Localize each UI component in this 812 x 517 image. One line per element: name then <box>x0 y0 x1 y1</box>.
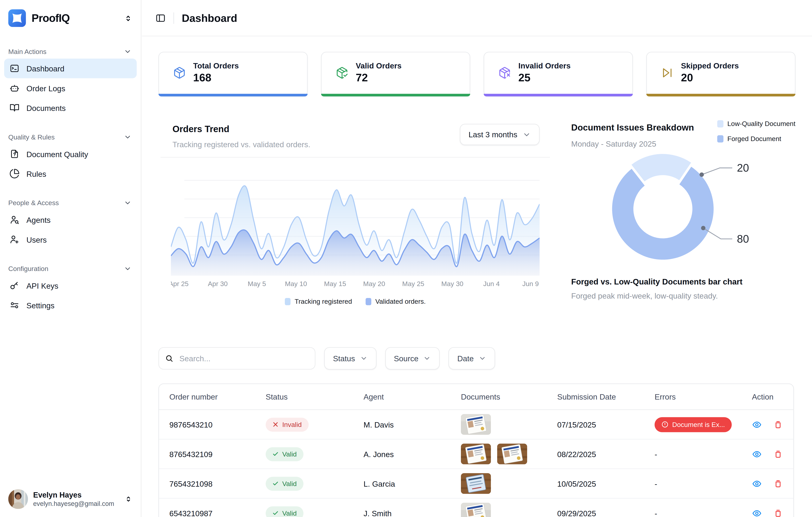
order-number: 7654321098 <box>169 479 266 488</box>
sidebar-item-label: Dashboard <box>26 64 64 73</box>
accent-bar <box>484 94 633 97</box>
search-box[interactable] <box>158 347 315 370</box>
document-thumbnails[interactable] <box>461 473 557 494</box>
stat-card-total-orders[interactable]: Total Orders 168 <box>158 52 308 97</box>
delete-button[interactable] <box>773 479 783 488</box>
divider <box>161 157 550 158</box>
sidebar-item-order-logs[interactable]: Order Logs <box>4 78 137 98</box>
document-thumbnail[interactable] <box>497 443 527 464</box>
stat-value: 25 <box>518 72 571 84</box>
sidebar-item-rules[interactable]: Rules <box>4 164 137 183</box>
legend-swatch <box>285 298 291 305</box>
bot-icon <box>9 83 20 93</box>
section-configuration[interactable]: Configuration <box>0 261 141 276</box>
stat-card-valid-orders[interactable]: Valid Orders 72 <box>321 52 470 97</box>
donut-chart: 2080 <box>571 151 795 266</box>
document-thumbnail[interactable] <box>461 503 491 517</box>
col-action: Action <box>752 392 793 401</box>
chevrons-up-down-icon[interactable] <box>124 14 133 22</box>
legend-label: Validated orders. <box>375 297 426 305</box>
proofiq-logo-icon <box>8 9 26 27</box>
top-header: Dashboard <box>142 0 812 36</box>
sidebar-toggle-icon[interactable] <box>155 13 166 23</box>
source-filter-button[interactable]: Source <box>385 347 440 370</box>
section-people-access[interactable]: People & Access <box>0 195 141 210</box>
stats-row: Total Orders 168 Valid Orders 72 Invalid… <box>158 52 795 97</box>
sidebar-item-document-quality[interactable]: Document Quality <box>4 144 137 164</box>
orders-trend-title: Orders Trend <box>172 124 310 135</box>
stat-value: 20 <box>681 72 739 84</box>
sidebar-item-label: Document Quality <box>26 149 88 158</box>
key-icon <box>9 280 20 291</box>
nav-people-access: Agents Users <box>0 210 141 249</box>
divider <box>173 12 174 23</box>
sidebar-item-agents[interactable]: Agents <box>4 210 137 229</box>
view-button[interactable] <box>752 419 762 430</box>
row-actions <box>752 419 793 430</box>
submission-date: 08/22/2025 <box>557 450 655 458</box>
table-row[interactable]: 7654321098 Valid L. Garcia 10/05/2025 - <box>159 469 793 498</box>
date-filter-button[interactable]: Date <box>448 347 495 370</box>
document-thumbnails[interactable] <box>461 443 557 464</box>
view-button[interactable] <box>752 479 762 488</box>
user-menu[interactable]: Evelyn Hayes evelyn.hayeseg@gmail.com <box>5 486 136 512</box>
document-thumbnails[interactable] <box>461 503 557 517</box>
chevron-down-icon <box>359 355 367 362</box>
legend-label: Tracking registered <box>295 297 352 305</box>
legend-swatch <box>717 135 723 142</box>
section-quality-rules[interactable]: Quality & Rules <box>0 129 141 144</box>
orders-trend-panel: Orders Trend Tracking registered vs. val… <box>161 117 550 305</box>
section-main-actions[interactable]: Main Actions <box>0 44 141 58</box>
sidebar-item-label: Settings <box>26 301 55 309</box>
chevron-down-icon <box>124 133 132 141</box>
chevrons-up-down-icon[interactable] <box>124 495 133 503</box>
view-button[interactable] <box>752 508 762 517</box>
package-x-icon <box>498 66 511 79</box>
document-thumbnail[interactable] <box>461 473 491 494</box>
brand-row[interactable]: ProofIQ <box>0 0 141 32</box>
orders-trend-chart <box>171 166 540 276</box>
error-badge[interactable]: Document is Ex... <box>655 417 732 432</box>
nav-quality-rules: Document Quality Rules <box>0 144 141 184</box>
orders-trend-legend: Tracking registered Validated orders. <box>161 297 550 305</box>
sidebar-item-documents[interactable]: Documents <box>4 98 137 118</box>
delete-button[interactable] <box>773 449 783 459</box>
row-actions <box>752 449 793 459</box>
delete-button[interactable] <box>773 419 783 430</box>
date-range-select[interactable]: Last 3 months <box>460 124 540 145</box>
x-axis-labels: Apr 25Apr 30May 5May 10May 15May 20May 2… <box>171 280 540 289</box>
table-row[interactable]: 8765432109 Valid A. Jones 08/22/2025 - <box>159 439 793 469</box>
sidebar-item-label: API Keys <box>26 281 58 290</box>
status-badge-invalid: Invalid <box>266 417 309 432</box>
filter-label: Source <box>394 354 418 363</box>
section-label: Main Actions <box>8 48 47 55</box>
alert-circle-icon <box>661 421 669 428</box>
sidebar-item-dashboard[interactable]: Dashboard <box>4 58 137 78</box>
stat-card-skipped-orders[interactable]: Skipped Orders 20 <box>646 52 795 97</box>
order-number: 8765432109 <box>169 450 266 458</box>
orders-table: Order number Status Agent Documents Subm… <box>158 383 794 517</box>
submission-date: 07/15/2025 <box>557 420 655 429</box>
chevron-down-icon <box>124 199 132 207</box>
view-button[interactable] <box>752 449 762 459</box>
table-row[interactable]: 9876543210 Invalid M. Davis 07/15/2025 D… <box>159 410 793 439</box>
agent-name: L. Garcia <box>364 479 461 488</box>
sidebar-item-api-keys[interactable]: API Keys <box>4 276 137 295</box>
col-documents: Documents <box>461 392 557 401</box>
accent-bar <box>321 94 470 97</box>
search-input[interactable] <box>178 354 309 363</box>
stat-card-invalid-orders[interactable]: Invalid Orders 25 <box>484 52 633 97</box>
nav-main-actions: Dashboard Order Logs Documents <box>0 58 141 118</box>
col-submission-date: Submission Date <box>557 392 655 401</box>
document-thumbnail[interactable] <box>461 414 491 435</box>
status-filter-button[interactable]: Status <box>324 347 376 370</box>
table-row[interactable]: 6543210987 Valid J. Smith 09/29/2025 - <box>159 498 793 517</box>
legend-swatch <box>717 120 723 127</box>
issues-legend: Low-Quality Document Forged Document <box>717 117 795 150</box>
sidebar-item-users[interactable]: Users <box>4 229 137 249</box>
sidebar-item-label: Users <box>26 235 47 244</box>
sidebar-item-settings[interactable]: Settings <box>4 295 137 315</box>
document-thumbnails[interactable] <box>461 414 557 435</box>
delete-button[interactable] <box>773 508 783 517</box>
document-thumbnail[interactable] <box>461 443 491 464</box>
